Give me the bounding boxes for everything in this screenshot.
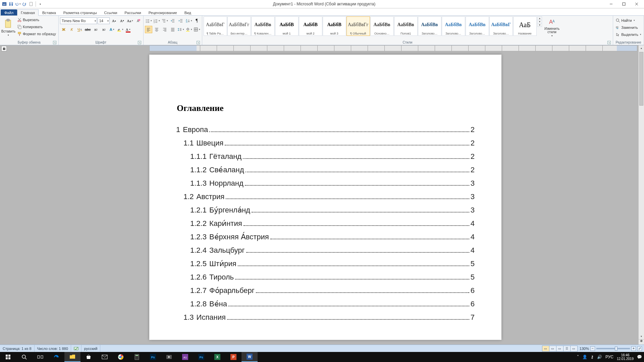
font-size-combo[interactable]: 14 — [98, 17, 110, 24]
vertical-scrollbar[interactable]: ▴ ▾ ⦿ ● ⦿ — [638, 45, 644, 351]
qat-save-icon[interactable] — [8, 1, 14, 7]
style-card[interactable]: АаБбВмой 1 — [275, 16, 299, 36]
grow-font-icon[interactable]: A▴ — [110, 17, 118, 24]
taskbar-excel-icon[interactable]: X — [209, 352, 225, 362]
taskbar-ps-icon[interactable]: Ps — [145, 352, 161, 362]
style-card[interactable]: АаБбВмой 3 — [323, 16, 346, 36]
justify-icon[interactable] — [169, 26, 176, 33]
style-gallery[interactable]: АаБбВвГ¶ Table Pa…АаБбВвГгБез интер…АаБб… — [204, 16, 537, 36]
ruler-toggle[interactable]: ▦ — [1, 46, 7, 51]
status-proof[interactable] — [71, 345, 82, 352]
align-right-icon[interactable] — [161, 26, 168, 33]
italic-icon[interactable]: К — [68, 26, 75, 33]
para-launcher[interactable]: ↘ — [197, 41, 200, 44]
style-card[interactable]: АаБНазвание — [513, 16, 537, 36]
view-print-icon[interactable]: ▭ — [542, 346, 549, 352]
bullets-icon[interactable] — [145, 17, 152, 24]
align-left-icon[interactable] — [145, 26, 152, 33]
style-expand[interactable]: ▾ — [538, 23, 542, 26]
highlight-icon[interactable] — [116, 26, 124, 33]
tray-clock[interactable]: 16:46 12.01.2019 — [617, 353, 634, 361]
tray-volume-icon[interactable]: 🔊 — [597, 355, 602, 359]
styles-launcher[interactable]: ↘ — [607, 41, 611, 44]
tab-layout[interactable]: Разметка страницы — [60, 9, 101, 15]
change-case-icon[interactable]: Aa — [126, 17, 134, 24]
scroll-up-icon[interactable]: ▴ — [639, 45, 644, 51]
shrink-font-icon[interactable]: A▾ — [118, 17, 126, 24]
indent-inc-icon[interactable] — [177, 17, 184, 24]
font-name-combo[interactable]: Times New Ro — [60, 17, 97, 24]
subscript-icon[interactable]: x2 — [92, 26, 100, 33]
tray-up-icon[interactable]: ˄ — [577, 355, 579, 359]
style-card[interactable]: АаБбВвГЗаголово… — [489, 16, 513, 36]
style-card[interactable]: АаБбВвЗаголово… — [442, 16, 465, 36]
font-color-icon[interactable]: A — [124, 26, 132, 33]
tab-mailings[interactable]: Рассылки — [121, 9, 145, 15]
find-button[interactable]: Найти — [614, 17, 636, 24]
horizontal-ruler[interactable] — [149, 45, 637, 51]
qat-new-icon[interactable] — [28, 1, 34, 7]
shading-icon[interactable] — [185, 26, 193, 33]
tab-insert[interactable]: Вставка — [39, 9, 60, 15]
start-button[interactable] — [0, 352, 16, 362]
style-card[interactable]: АаБбВв¶ Ковален… — [251, 16, 275, 36]
clear-format-icon[interactable]: A — [135, 17, 142, 24]
zoom-value[interactable]: 130% — [580, 347, 589, 351]
taskbar-mail-icon[interactable] — [97, 352, 113, 362]
scroll-down-icon[interactable]: ▾ — [639, 334, 644, 339]
taskbar-edge-icon[interactable] — [48, 352, 64, 362]
style-card[interactable]: АаБбВмой 2 — [299, 16, 322, 36]
close-button[interactable] — [631, 1, 643, 7]
zoom-fit-button[interactable]: ⤢ — [637, 346, 642, 351]
line-spacing-icon[interactable] — [177, 26, 184, 33]
multilevel-icon[interactable] — [161, 17, 168, 24]
status-lang[interactable]: русский — [82, 345, 100, 352]
tray-notifications-icon[interactable]: 💬 — [637, 355, 642, 359]
superscript-icon[interactable]: x2 — [100, 26, 108, 33]
style-card[interactable]: АаБбВвПопов1 — [394, 16, 418, 36]
qat-redo-icon[interactable] — [21, 1, 28, 7]
taskbar-chrome-icon[interactable] — [113, 352, 129, 362]
zoom-in-button[interactable]: + — [631, 346, 636, 351]
sort-icon[interactable]: AЯ — [185, 17, 193, 24]
show-marks-icon[interactable]: ¶ — [193, 17, 201, 24]
maximize-button[interactable] — [618, 1, 630, 7]
style-card[interactable]: АаБбВвГг¶ Обычный — [346, 16, 370, 36]
taskbar-video-icon[interactable] — [161, 352, 177, 362]
tray-people-icon[interactable]: 👤 — [582, 355, 587, 359]
align-center-icon[interactable] — [153, 26, 160, 33]
taskbar-word-icon[interactable]: W — [241, 352, 258, 362]
tray-network-icon[interactable]: ⚷ — [591, 355, 594, 359]
tray-lang[interactable]: РУС — [605, 355, 613, 359]
style-card[interactable]: АаБбВвЗаголово… — [418, 16, 441, 36]
strike-icon[interactable]: abc — [84, 26, 92, 33]
view-read-icon[interactable]: ▭ — [549, 346, 556, 352]
taskbar-store-icon[interactable] — [80, 352, 97, 362]
style-card[interactable]: АаБбВвГ¶ Table Pa… — [204, 16, 227, 36]
clipboard-launcher[interactable]: ↘ — [53, 41, 56, 44]
taskbar-explorer-icon[interactable] — [64, 352, 80, 362]
status-page[interactable]: Страница: 1 из 8 — [0, 345, 35, 352]
style-scroll-down[interactable]: ▾ — [538, 20, 542, 23]
qat-undo-icon[interactable] — [15, 1, 21, 7]
scroll-thumb[interactable] — [639, 52, 643, 106]
style-scroll-up[interactable]: ▴ — [538, 17, 542, 20]
underline-icon[interactable]: Ч — [76, 26, 84, 33]
style-card[interactable]: АаБбВвЗаголово… — [466, 16, 489, 36]
status-words[interactable]: Число слов: 1 880 — [35, 345, 71, 352]
style-card[interactable]: АаБбВвГгБез интер… — [227, 16, 251, 36]
tab-references[interactable]: Ссылки — [101, 9, 121, 15]
bold-icon[interactable]: Ж — [60, 26, 67, 33]
view-web-icon[interactable]: ▭ — [556, 346, 564, 352]
tab-home[interactable]: Главная — [17, 9, 39, 16]
change-styles-button[interactable]: AA Изменить стили▾ — [543, 16, 561, 39]
font-launcher[interactable]: ↘ — [138, 41, 141, 44]
zoom-out-button[interactable]: − — [590, 346, 595, 351]
select-button[interactable]: Выделить — [614, 31, 642, 38]
view-draft-icon[interactable]: ▭ — [570, 346, 578, 352]
numbering-icon[interactable]: 123 — [153, 17, 160, 24]
taskbar-calc-icon[interactable] — [129, 352, 145, 362]
page[interactable]: Оглавление 1Европа21.1Швеция21.1.1Гётала… — [149, 55, 501, 340]
format-painter-button[interactable]: Формат по образцу — [16, 31, 57, 37]
taskbar-taskview-icon[interactable] — [32, 352, 48, 362]
